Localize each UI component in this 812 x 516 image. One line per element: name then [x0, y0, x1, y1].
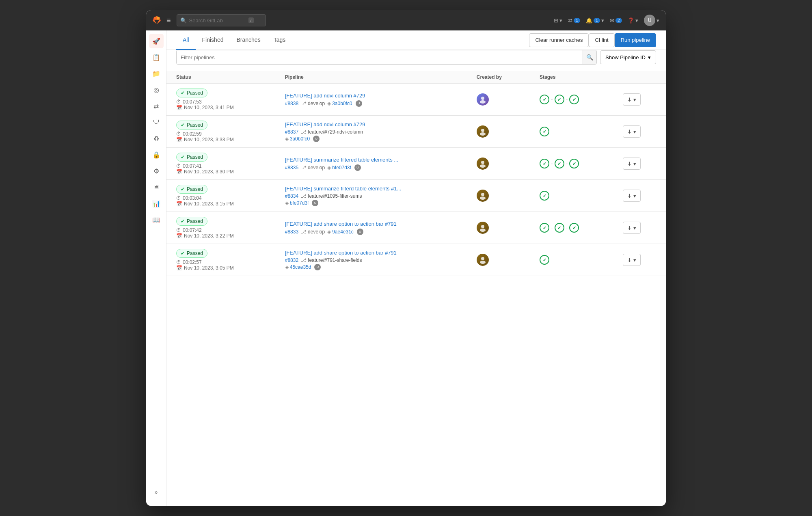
- sidebar-item-infrastructure[interactable]: ⚙: [149, 164, 164, 178]
- commit-hash[interactable]: 3a0b0fc0: [290, 136, 310, 142]
- show-pipeline-id-button[interactable]: Show Pipeline ID ▾: [600, 50, 656, 64]
- shield-icon: 🛡: [153, 119, 160, 126]
- commit-hash[interactable]: 3a0b0fc0: [332, 101, 352, 106]
- status-text: Passed: [187, 90, 203, 96]
- status-text: Passed: [187, 154, 203, 160]
- expand-icon: »: [155, 489, 158, 495]
- pipeline-title-link[interactable]: [FEATURE] add share option to action bar…: [285, 250, 457, 256]
- download-button[interactable]: ⬇ ▾: [623, 158, 641, 170]
- pipeline-id[interactable]: #8835: [285, 165, 298, 171]
- pipeline-title-link[interactable]: [FEATURE] add ndvi column #729: [285, 121, 457, 127]
- commit-hash[interactable]: 9ae4e31c: [332, 229, 354, 235]
- clear-caches-button[interactable]: Clear runner caches: [529, 33, 589, 47]
- download-button[interactable]: ⬇ ▾: [623, 93, 641, 106]
- tab-branches[interactable]: Branches: [230, 30, 267, 50]
- stages-container: ✔: [540, 191, 603, 201]
- pipeline-meta: #8832 ⎇ feature/#791-share-fields: [285, 257, 457, 263]
- search-input[interactable]: [189, 17, 246, 24]
- stage-circle-2[interactable]: ✔: [555, 95, 564, 104]
- tab-all[interactable]: All: [176, 30, 196, 50]
- download-button[interactable]: ⬇ ▾: [623, 190, 641, 202]
- run-pipeline-button[interactable]: Run pipeline: [615, 33, 656, 47]
- menu-icon[interactable]: ≡: [166, 16, 171, 25]
- pipeline-title-link[interactable]: [FEATURE] summarize filterd table elemen…: [285, 186, 457, 192]
- filter-search-button[interactable]: 🔍: [583, 50, 596, 64]
- svg-point-7: [480, 196, 486, 200]
- stage-circle[interactable]: ✔: [540, 191, 549, 201]
- mail-badge: 2: [615, 18, 622, 23]
- sidebar-item-overview[interactable]: 📋: [149, 50, 164, 65]
- sidebar-item-monitor[interactable]: 🖥: [149, 180, 164, 194]
- col-created-by: Created by: [467, 71, 530, 84]
- pipeline-id[interactable]: #8837: [285, 129, 298, 135]
- grid-chevron: ▾: [559, 17, 562, 24]
- tab-tags[interactable]: Tags: [267, 30, 292, 50]
- gitlab-logo[interactable]: [151, 15, 162, 26]
- sidebar-item-security[interactable]: 🛡: [149, 115, 164, 130]
- filter-input[interactable]: [177, 50, 583, 64]
- stages-container: ✔: [540, 255, 603, 265]
- stage-circle-2[interactable]: ✔: [555, 159, 564, 168]
- commit-hash[interactable]: 45cae35d: [290, 264, 311, 270]
- pipeline-id[interactable]: #8833: [285, 229, 298, 235]
- table-row: ✔ Passed ⏱ 00:07:41 📅 Nov 10, 2023, 3:30…: [166, 148, 666, 180]
- pipeline-cell: [FEATURE] add share option to action bar…: [275, 244, 467, 276]
- stage-circle[interactable]: ✔: [540, 127, 549, 136]
- stage-circle-3[interactable]: ✔: [569, 95, 579, 104]
- sidebar-item-issues[interactable]: ◎: [149, 82, 164, 97]
- mail-button[interactable]: ✉ 2: [608, 16, 624, 25]
- search-bar[interactable]: 🔍 /: [177, 14, 266, 26]
- check-icon: ✔: [181, 250, 185, 256]
- sidebar-item-deployments[interactable]: ♻: [149, 131, 164, 146]
- commit-avatar: U: [312, 200, 318, 206]
- stage-circle-3[interactable]: ✔: [569, 159, 579, 168]
- table-row: ✔ Passed ⏱ 00:02:57 📅 Nov 10, 2023, 3:05…: [166, 244, 666, 276]
- user-avatar: U: [644, 15, 655, 26]
- pipeline-id[interactable]: #8832: [285, 257, 298, 263]
- download-button[interactable]: ⬇ ▾: [623, 254, 641, 266]
- check-icon: ✔: [181, 122, 185, 128]
- stage-circle-3[interactable]: ✔: [569, 223, 579, 233]
- notifications-button[interactable]: 🔔 1 ▾: [584, 16, 606, 25]
- created-by-cell: [467, 180, 530, 212]
- svg-point-9: [480, 229, 486, 232]
- sidebar-item-merge-requests[interactable]: ⇄: [149, 99, 164, 113]
- grid-button[interactable]: ⊞ ▾: [552, 16, 564, 25]
- stage-separator: -: [551, 225, 553, 231]
- download-button[interactable]: ⬇ ▾: [623, 222, 641, 234]
- stage-circle-1[interactable]: ✔: [540, 223, 549, 233]
- sidebar-item-packages[interactable]: 🔒: [149, 147, 164, 162]
- pipeline-title-link[interactable]: [FEATURE] add share option to action bar…: [285, 221, 457, 227]
- user-avatar: [477, 158, 489, 170]
- sidebar-expand-button[interactable]: »: [149, 485, 164, 499]
- sidebar-item-cicd[interactable]: 🚀: [149, 34, 164, 48]
- pipeline-id[interactable]: #8838: [285, 101, 298, 106]
- commit-hash[interactable]: bfe07d3f: [290, 200, 309, 206]
- merge-requests-button[interactable]: ⇄ 1: [566, 16, 582, 25]
- pipeline-title-link[interactable]: [FEATURE] summarize filtered table eleme…: [285, 157, 457, 163]
- stage-circle-2[interactable]: ✔: [555, 223, 564, 233]
- sidebar-item-analytics[interactable]: 📊: [149, 196, 164, 211]
- user-menu-button[interactable]: U ▾: [642, 13, 661, 28]
- commit-hash[interactable]: bfe07d3f: [332, 165, 351, 171]
- tab-finished[interactable]: Finished: [196, 30, 230, 50]
- stage-circle-1[interactable]: ✔: [540, 95, 549, 104]
- duration-info: ⏱ 00:02:57: [176, 259, 266, 265]
- pipeline-id[interactable]: #8834: [285, 193, 298, 199]
- col-status: Status: [166, 71, 275, 84]
- calendar-icon: 📅: [176, 265, 182, 271]
- notifications-badge: 1: [594, 18, 600, 23]
- ci-lint-button[interactable]: CI lint: [589, 33, 614, 47]
- stage-circle-1[interactable]: ✔: [540, 159, 549, 168]
- pipeline-cell: [FEATURE] add share option to action bar…: [275, 212, 467, 244]
- stage-circle[interactable]: ✔: [540, 255, 549, 265]
- sidebar-item-repository[interactable]: 📁: [149, 66, 164, 81]
- sidebar-item-wiki[interactable]: 📖: [149, 212, 164, 227]
- action-chevron: ▾: [633, 193, 636, 199]
- pipeline-title-link[interactable]: [FEATURE] add ndvi column #729: [285, 93, 457, 99]
- wiki-icon: 📖: [152, 216, 160, 224]
- download-button[interactable]: ⬇ ▾: [623, 125, 641, 138]
- help-button[interactable]: ❓ ▾: [626, 16, 640, 25]
- topbar: ≡ 🔍 / ⊞ ▾ ⇄ 1 🔔 1 ▾: [146, 10, 666, 30]
- pipeline-table: Status Pipeline Created by Stages ✔ Pass…: [166, 71, 666, 276]
